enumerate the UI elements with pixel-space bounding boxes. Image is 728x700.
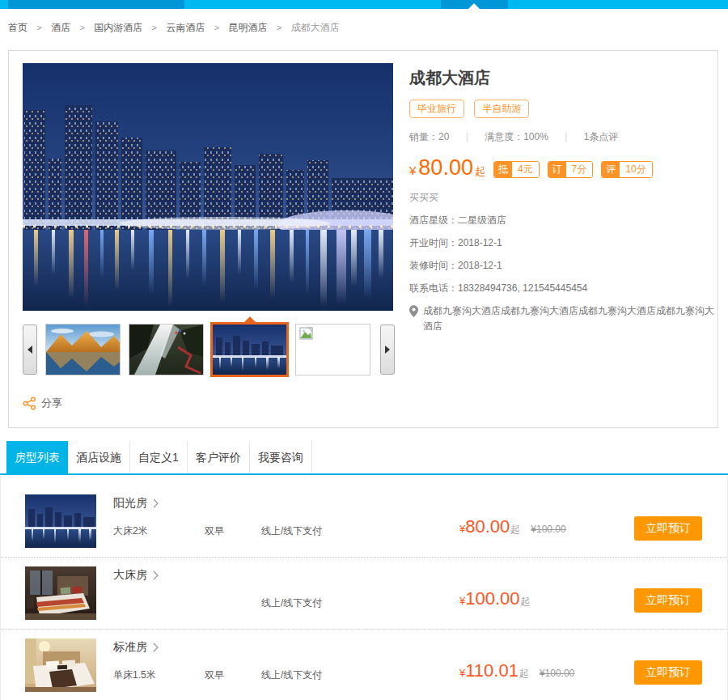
thumbnail-carousel bbox=[23, 323, 393, 376]
room-payment: 线上/线下支付 bbox=[261, 596, 322, 610]
book-now-button[interactable]: 立即预订 bbox=[634, 588, 702, 613]
room-price-currency: ¥ bbox=[459, 667, 465, 679]
room-price-currency: ¥ bbox=[459, 523, 465, 535]
address-text: 成都九寨沟大酒店成都九寨沟大酒店成都九寨沟大酒店成都九寨沟大酒店 bbox=[423, 303, 718, 334]
room-main: 标准房 单床1.5米 双早 线上/线下支付 bbox=[113, 638, 459, 682]
thumbnail-city-night-selected[interactable] bbox=[210, 322, 289, 377]
promo-text: 买买买 bbox=[409, 191, 718, 205]
chevron-right-icon bbox=[153, 498, 159, 508]
room-old-price: ¥100.00 bbox=[540, 668, 574, 679]
selected-thumb-notch-icon bbox=[244, 316, 256, 322]
room-photo bbox=[25, 494, 96, 548]
hotel-detail-page: 首页 > 酒店 > 国内游酒店 > 云南酒店 > 昆明酒店 > 成都大酒店 bbox=[0, 0, 728, 700]
breadcrumb-current: 成都大酒店 bbox=[291, 22, 340, 33]
review-points-badge: 评 10分 bbox=[601, 161, 652, 178]
thumbnail-waterfall[interactable] bbox=[129, 324, 204, 375]
chevron-right-icon bbox=[153, 643, 159, 652]
room-row: 大床房 线上/线下支付 ¥ 100.00 起 立即预订 bbox=[1, 558, 727, 630]
room-name: 标准房 bbox=[113, 640, 147, 655]
discount-badge: 抵 4元 bbox=[493, 161, 540, 178]
hotel-main-photo bbox=[23, 63, 393, 311]
room-specs: 大床2米 双早 线上/线下支付 bbox=[113, 524, 459, 538]
room-list: 阳光房 大床2米 双早 线上/线下支付 ¥ 80.00 起 ¥100.00 立即… bbox=[0, 475, 728, 700]
book-now-button[interactable]: 立即预订 bbox=[634, 660, 702, 685]
breadcrumb-separator: > bbox=[36, 23, 41, 32]
tab-reviews[interactable]: 客户评价 bbox=[188, 441, 250, 473]
breadcrumb-separator: > bbox=[79, 23, 84, 32]
price-row: ¥ 80.00 起 抵 4元 订 7分 评 10分 bbox=[409, 155, 718, 180]
room-name-link[interactable]: 大床房 bbox=[113, 568, 459, 583]
book-now-button[interactable]: 立即预订 bbox=[634, 516, 702, 541]
right-arrow-icon bbox=[385, 346, 390, 354]
breadcrumb-separator: > bbox=[277, 23, 281, 32]
breadcrumb-separator: > bbox=[152, 23, 157, 32]
breadcrumb-hotel[interactable]: 酒店 bbox=[51, 22, 70, 33]
room-row: 标准房 单床1.5米 双早 线上/线下支付 ¥ 110.01 起 ¥100.00… bbox=[1, 630, 727, 700]
location-pin-icon bbox=[409, 305, 418, 317]
price-currency: ¥ bbox=[409, 163, 416, 177]
badge-value: 4元 bbox=[512, 162, 539, 177]
hotel-address: 成都九寨沟大酒店成都九寨沟大酒店成都九寨沟大酒店成都九寨沟大酒店 bbox=[409, 303, 718, 334]
breadcrumb-kunming[interactable]: 昆明酒店 bbox=[229, 22, 268, 33]
carousel-next-button[interactable] bbox=[380, 325, 395, 375]
thumbnail-mountain-lake[interactable] bbox=[45, 324, 121, 375]
navbar-active-segment[interactable] bbox=[8, 0, 184, 9]
reviews-link[interactable]: 1条点评 bbox=[584, 131, 619, 142]
tab-bar: 房型列表 酒店设施 自定义1 客户评价 我要咨询 bbox=[0, 441, 728, 473]
badge-value: 10分 bbox=[620, 162, 651, 177]
navbar-notch-icon bbox=[468, 3, 480, 9]
page-title: 成都大酒店 bbox=[409, 67, 718, 89]
left-arrow-icon bbox=[28, 346, 32, 354]
room-price-amount: 80.00 bbox=[465, 516, 510, 537]
satisfaction-value: 100% bbox=[523, 131, 548, 142]
hotel-tag: 毕业旅行 bbox=[409, 100, 464, 118]
detail-renovation-date: 装修时间：2018-12-1 bbox=[409, 259, 718, 273]
room-price-amount: 100.00 bbox=[465, 588, 519, 609]
top-navbar bbox=[0, 0, 728, 9]
order-points-badge: 订 7分 bbox=[548, 161, 594, 178]
badge-key: 评 bbox=[602, 162, 620, 177]
hotel-details: 酒店星级：二星级酒店 开业时间：2018-12-1 装修时间：2018-12-1… bbox=[409, 214, 718, 295]
price-suffix: 起 bbox=[475, 164, 485, 179]
breadcrumb-yunnan[interactable]: 云南酒店 bbox=[166, 22, 205, 33]
hotel-tag: 半自助游 bbox=[474, 100, 529, 118]
tab-custom[interactable]: 自定义1 bbox=[130, 441, 188, 473]
tab-room-list[interactable]: 房型列表 bbox=[6, 441, 68, 473]
badge-key: 订 bbox=[548, 162, 566, 177]
room-price-suffix: 起 bbox=[521, 595, 531, 609]
chevron-right-icon bbox=[153, 571, 159, 580]
badge-value: 7分 bbox=[566, 162, 593, 177]
detail-star-rating: 酒店星级：二星级酒店 bbox=[409, 214, 718, 227]
room-payment: 线上/线下支付 bbox=[261, 524, 322, 538]
room-breakfast bbox=[205, 596, 261, 610]
stats-separator: | bbox=[466, 131, 468, 142]
room-name: 大床房 bbox=[113, 568, 147, 583]
room-name-link[interactable]: 阳光房 bbox=[113, 496, 459, 511]
room-photo bbox=[25, 566, 96, 620]
satisfaction-label: 满意度： bbox=[485, 131, 523, 142]
room-price-suffix: 起 bbox=[510, 523, 520, 537]
carousel-prev-button[interactable] bbox=[23, 325, 37, 375]
room-old-price: ¥100.00 bbox=[531, 524, 565, 535]
sales-value: 20 bbox=[438, 131, 449, 142]
room-name-link[interactable]: 标准房 bbox=[113, 640, 459, 655]
thumbnail-broken-image[interactable] bbox=[295, 324, 370, 375]
hotel-info: 成都大酒店 毕业旅行 半自助游 销量：20 | 满意度：100% | 1条点评 … bbox=[409, 62, 718, 334]
breadcrumb-domestic[interactable]: 国内游酒店 bbox=[94, 22, 142, 33]
price-amount: 80.00 bbox=[418, 155, 473, 180]
detail-opening-date: 开业时间：2018-12-1 bbox=[409, 236, 718, 250]
room-price-amount: 110.01 bbox=[465, 660, 518, 681]
room-price: ¥ 80.00 起 ¥100.00 bbox=[459, 516, 634, 537]
breadcrumb-home[interactable]: 首页 bbox=[8, 22, 28, 33]
tab-inquiry[interactable]: 我要咨询 bbox=[250, 441, 312, 473]
breadcrumb: 首页 > 酒店 > 国内游酒店 > 云南酒店 > 昆明酒店 > 成都大酒店 bbox=[8, 21, 340, 35]
tab-facilities[interactable]: 酒店设施 bbox=[68, 441, 130, 473]
room-specs: 单床1.5米 双早 线上/线下支付 bbox=[113, 668, 459, 682]
room-photo bbox=[25, 638, 96, 692]
room-breakfast: 双早 bbox=[205, 668, 261, 682]
share-icon bbox=[23, 397, 36, 410]
share-button[interactable]: 分享 bbox=[23, 396, 62, 410]
room-breakfast: 双早 bbox=[205, 524, 261, 538]
room-bed: 大床2米 bbox=[113, 524, 205, 538]
navbar-hover-segment[interactable] bbox=[441, 0, 508, 9]
